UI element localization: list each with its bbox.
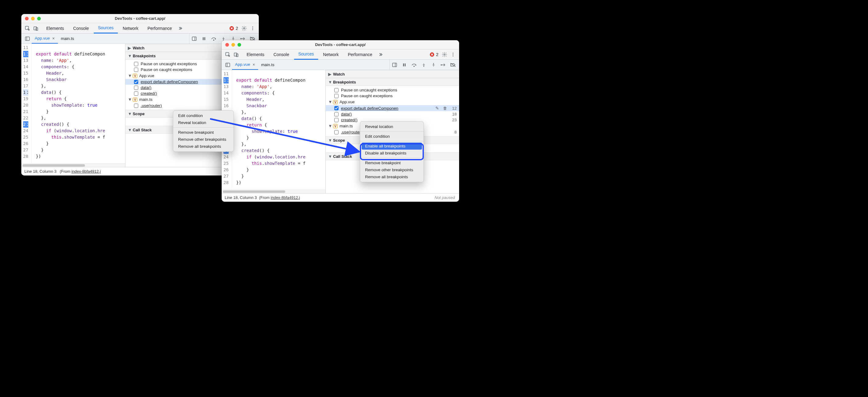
more-tabs-icon[interactable] bbox=[176, 24, 185, 33]
menu-item[interactable]: Remove all breakpoints bbox=[360, 173, 424, 180]
more-tabs-icon[interactable] bbox=[377, 50, 385, 59]
menu-item[interactable]: Disable all breakpoints bbox=[360, 150, 424, 157]
error-indicator[interactable]: 2 bbox=[428, 52, 440, 57]
settings-icon[interactable] bbox=[240, 24, 248, 33]
horizontal-scrollbar[interactable] bbox=[222, 190, 326, 193]
checkbox-icon[interactable] bbox=[334, 88, 339, 92]
close-window-icon[interactable] bbox=[225, 43, 229, 47]
checkbox-icon[interactable] bbox=[134, 104, 138, 108]
svg-point-14 bbox=[241, 38, 241, 39]
navigator-toggle-icon[interactable] bbox=[23, 34, 32, 43]
pause-icon[interactable] bbox=[200, 34, 208, 43]
svg-rect-22 bbox=[226, 63, 230, 67]
step-out-icon[interactable] bbox=[429, 61, 438, 69]
kebab-icon[interactable] bbox=[248, 24, 257, 33]
menu-item[interactable]: Reveal location bbox=[360, 123, 424, 130]
settings-icon[interactable] bbox=[440, 50, 449, 59]
tab-console[interactable]: Console bbox=[69, 23, 93, 33]
tab-console[interactable]: Console bbox=[269, 49, 293, 60]
pause-uncaught-checkbox-row[interactable]: Pause on uncaught exceptions bbox=[326, 87, 459, 93]
menu-item[interactable]: Remove breakpoint bbox=[360, 159, 424, 166]
menu-item[interactable]: Enable all breakpoints bbox=[362, 143, 422, 150]
zoom-window-icon[interactable] bbox=[37, 17, 41, 21]
file-tab-main-ts[interactable]: main.ts bbox=[258, 60, 278, 70]
code-editor[interactable]: 111213141516171819202122232425262728 exp… bbox=[21, 44, 125, 163]
checkbox-icon[interactable] bbox=[334, 112, 339, 116]
breakpoint-context-menu[interactable]: Edit conditionReveal locationRemove brea… bbox=[173, 110, 234, 152]
tab-performance[interactable]: Performance bbox=[143, 23, 176, 33]
checkbox-icon[interactable] bbox=[334, 94, 339, 98]
kebab-icon[interactable] bbox=[449, 50, 457, 59]
close-icon[interactable]: × bbox=[52, 36, 55, 41]
breakpoint-item[interactable]: data()18 bbox=[326, 111, 459, 117]
traffic-lights bbox=[225, 43, 241, 47]
file-tab-main-ts[interactable]: main.ts bbox=[58, 33, 77, 44]
close-window-icon[interactable] bbox=[25, 17, 29, 21]
tab-elements[interactable]: Elements bbox=[42, 23, 68, 33]
code-editor[interactable]: 111213141516171819202122232425262728 exp… bbox=[222, 70, 326, 190]
step-over-icon[interactable] bbox=[410, 61, 418, 69]
code-content: export default defineCompon name: 'App',… bbox=[232, 70, 306, 190]
inspect-icon[interactable] bbox=[223, 50, 232, 59]
menu-item[interactable]: Edit condition bbox=[173, 112, 234, 119]
error-indicator[interactable]: 2 bbox=[228, 26, 240, 31]
step-into-icon[interactable] bbox=[420, 61, 428, 69]
source-link[interactable]: index-8bfa4912.j bbox=[71, 169, 101, 174]
svg-rect-16 bbox=[234, 53, 237, 56]
checkbox-icon[interactable] bbox=[134, 68, 138, 72]
tab-sources[interactable]: Sources bbox=[294, 49, 318, 60]
menu-item[interactable]: Edit condition bbox=[360, 133, 424, 140]
menu-item[interactable]: Remove breakpoint bbox=[173, 129, 234, 136]
step-over-icon[interactable] bbox=[210, 34, 218, 43]
checkbox-icon[interactable] bbox=[334, 130, 339, 134]
file-tab-app-vue[interactable]: App.vue× bbox=[232, 60, 258, 70]
checkbox-icon[interactable] bbox=[134, 62, 138, 66]
file-tab-label: App.vue bbox=[35, 36, 50, 40]
edit-icon[interactable]: ✎ bbox=[434, 106, 440, 111]
device-toggle-icon[interactable] bbox=[232, 50, 241, 59]
debugger-toggle-icon[interactable] bbox=[390, 61, 399, 69]
breakpoint-file-name: App.vue bbox=[339, 100, 355, 104]
menu-item[interactable]: Remove all breakpoints bbox=[173, 143, 234, 150]
tab-performance[interactable]: Performance bbox=[343, 49, 376, 60]
navigator-toggle-icon[interactable] bbox=[223, 61, 232, 69]
line-gutter[interactable]: 111213141516171819202122232425262728 bbox=[21, 44, 32, 163]
svg-point-28 bbox=[433, 63, 434, 64]
watch-section-header[interactable]: ▶Watch bbox=[326, 70, 459, 78]
menu-item[interactable]: Remove other breakpoints bbox=[360, 166, 424, 173]
svg-point-13 bbox=[233, 37, 234, 37]
device-toggle-icon[interactable] bbox=[32, 24, 40, 33]
debugger-toggle-icon[interactable] bbox=[190, 34, 198, 43]
zoom-window-icon[interactable] bbox=[238, 43, 241, 47]
close-icon[interactable]: × bbox=[253, 62, 255, 67]
checkbox-icon[interactable] bbox=[334, 118, 339, 122]
checkbox-icon[interactable] bbox=[334, 106, 339, 110]
step-icon[interactable] bbox=[439, 61, 447, 69]
menu-item[interactable]: Reveal location bbox=[173, 119, 234, 126]
source-from-prefix: (From bbox=[60, 169, 71, 174]
checkbox-icon[interactable] bbox=[134, 86, 138, 90]
checkbox-icon[interactable] bbox=[134, 80, 138, 84]
tab-network[interactable]: Network bbox=[118, 23, 143, 33]
breakpoint-context-menu[interactable]: Reveal locationEdit conditionEnable all … bbox=[360, 121, 424, 182]
breakpoint-line-number: 12 bbox=[450, 106, 457, 111]
checkbox-icon[interactable] bbox=[134, 91, 138, 96]
breakpoint-file-row[interactable]: ▼VApp.vue bbox=[326, 99, 459, 105]
inspect-icon[interactable] bbox=[23, 24, 32, 33]
horizontal-scrollbar[interactable] bbox=[21, 163, 125, 167]
breakpoint-item[interactable]: export default defineComponen ✎ 🗑 12 bbox=[326, 105, 459, 111]
tab-elements[interactable]: Elements bbox=[242, 49, 269, 60]
deactivate-breakpoints-icon[interactable] bbox=[449, 61, 457, 69]
breakpoints-section-header[interactable]: ▼Breakpoints bbox=[326, 78, 459, 86]
tab-network[interactable]: Network bbox=[319, 49, 343, 60]
breakpoint-file-name: main.ts bbox=[339, 124, 353, 128]
menu-item[interactable]: Remove other breakpoints bbox=[173, 136, 234, 143]
file-tab-app-vue[interactable]: App.vue × bbox=[32, 33, 58, 44]
minimize-window-icon[interactable] bbox=[31, 17, 35, 21]
pause-icon[interactable] bbox=[400, 61, 409, 69]
source-link[interactable]: index-8bfa4912.j bbox=[271, 195, 300, 200]
tab-sources[interactable]: Sources bbox=[94, 23, 118, 33]
delete-icon[interactable]: 🗑 bbox=[442, 106, 448, 111]
minimize-window-icon[interactable] bbox=[231, 43, 235, 47]
pause-caught-checkbox-row[interactable]: Pause on caught exceptions bbox=[326, 93, 459, 99]
